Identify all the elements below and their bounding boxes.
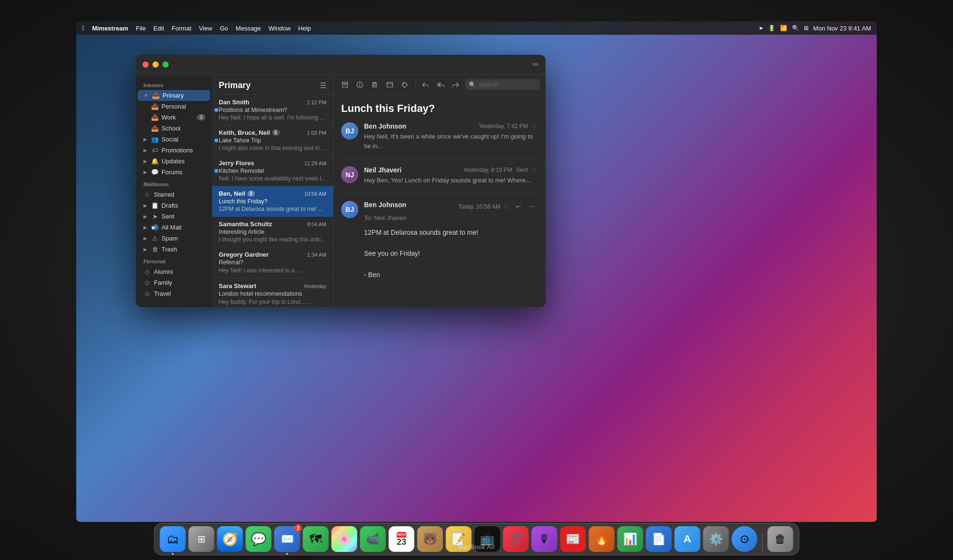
minimize-button[interactable] bbox=[152, 61, 159, 68]
control-center-icon[interactable]: ⊞ bbox=[804, 25, 809, 31]
mail-time: 1:12 PM bbox=[307, 100, 326, 105]
menubar-app-name[interactable]: Mimestream bbox=[92, 25, 128, 32]
mail-sender: Sara Stewart bbox=[219, 282, 256, 290]
dock-trash[interactable]: 🗑 bbox=[768, 526, 793, 552]
sidebar-item-travel[interactable]: ◇ Travel bbox=[138, 288, 210, 299]
dock-bear[interactable]: 🐻 bbox=[417, 526, 443, 552]
dock-system-preferences[interactable]: ⚙️ bbox=[703, 526, 729, 552]
sidebar-item-personal[interactable]: 📥 Personal bbox=[138, 101, 210, 112]
thread-sender: Neil Jhaveri bbox=[364, 166, 402, 174]
menubar-window[interactable]: Window bbox=[269, 25, 291, 32]
menubar-edit[interactable]: Edit bbox=[153, 25, 164, 32]
spam-icon: ⚠ bbox=[151, 235, 159, 242]
sidebar-item-drafts[interactable]: ▶ 📋 Drafts bbox=[138, 200, 210, 211]
allmail-icon: 📬 bbox=[151, 224, 159, 231]
menubar-go[interactable]: Go bbox=[220, 25, 228, 32]
dock-launchpad[interactable]: ⊞ bbox=[189, 526, 214, 552]
dock-messages[interactable]: 💬 bbox=[246, 526, 272, 552]
maximize-button[interactable] bbox=[162, 61, 169, 68]
search-box[interactable]: 🔍 bbox=[465, 79, 540, 90]
dock-numbers[interactable]: 📊 bbox=[618, 526, 643, 552]
sidebar-item-trash[interactable]: ▶ 🗑 Trash bbox=[138, 244, 210, 255]
menubar-help[interactable]: Help bbox=[298, 25, 311, 32]
reply-all-button[interactable] bbox=[435, 78, 446, 91]
sidebar-spam-label: Spam bbox=[162, 235, 205, 242]
dock-finder[interactable]: 🗂 bbox=[160, 526, 186, 552]
mail-item[interactable]: Dan Smith 1:12 PM Positions at Mimestrea… bbox=[212, 95, 333, 125]
compose-icon[interactable]: ✏ bbox=[533, 60, 539, 69]
menubar-file[interactable]: File bbox=[136, 25, 146, 32]
dock-calendar[interactable]: NOV 23 bbox=[389, 526, 415, 552]
sidebar-item-spam[interactable]: ▶ ⚠ Spam bbox=[138, 233, 210, 244]
dock-facetime[interactable]: 📹 bbox=[360, 526, 386, 552]
mail-item[interactable]: Ben, Neil 3 10:58 AM Lunch this Friday? … bbox=[212, 186, 333, 217]
sidebar-item-primary[interactable]: ▼ 📥 Primary bbox=[138, 90, 210, 101]
chevron-right-icon: ▶ bbox=[143, 159, 147, 164]
thread-preview: Hey Neil, It's been a while since we've … bbox=[364, 132, 538, 150]
dock-safari[interactable]: 🧭 bbox=[217, 526, 243, 552]
sidebar-sent-label: Sent bbox=[162, 213, 205, 220]
sidebar-item-family[interactable]: ◇ Family bbox=[138, 277, 210, 288]
mail-preview: Hey buddy, For your trip to Lond... Trav… bbox=[219, 298, 326, 306]
mail-item[interactable]: Samantha Schultz 8:04 AM Interesting Art… bbox=[212, 217, 333, 247]
dock-maps[interactable]: 🗺 bbox=[303, 526, 329, 552]
sidebar-item-work[interactable]: 📥 Work 3 bbox=[138, 112, 210, 123]
reply-inline-button[interactable]: ↩ bbox=[512, 201, 524, 212]
mail-item[interactable]: Sara Stewart Yesterday London hotel reco… bbox=[212, 279, 333, 307]
sidebar-item-allmail[interactable]: ▶ 📬 All Mail bbox=[138, 222, 210, 233]
inbox-icon: 📥 bbox=[152, 92, 160, 99]
trash-button[interactable] bbox=[369, 78, 380, 91]
app-window: ✏ Inboxes ▼ 📥 Primary 📥 Personal 📥 Work … bbox=[136, 55, 546, 307]
star-button[interactable]: ☆ bbox=[503, 203, 509, 210]
dock-screen-time[interactable]: ⊙ bbox=[732, 526, 758, 552]
search-menubar-icon[interactable]: 🔍 bbox=[792, 25, 799, 31]
sidebar-item-sent[interactable]: ▶ ➤ Sent bbox=[138, 211, 210, 222]
menubar-view[interactable]: View bbox=[199, 25, 213, 32]
mail-subject: Positions at Mimestream? bbox=[219, 107, 326, 113]
tag-button[interactable] bbox=[399, 78, 410, 91]
sidebar-family-label: Family bbox=[154, 279, 205, 286]
apple-menu[interactable]:  bbox=[82, 24, 84, 32]
dock-mail[interactable]: ✉️ 3 bbox=[274, 526, 300, 552]
star-button[interactable]: ☆ bbox=[532, 166, 538, 174]
info-button[interactable] bbox=[354, 78, 365, 91]
search-input[interactable] bbox=[479, 81, 536, 88]
dock-podcasts[interactable]: 🎙 bbox=[532, 526, 558, 552]
mail-time: 1:03 PM bbox=[307, 130, 326, 136]
mail-item[interactable]: Jerry Flores 11:29 AM Kitchen Remodel Ne… bbox=[212, 156, 333, 186]
forward-button[interactable] bbox=[450, 78, 461, 91]
mark-button[interactable] bbox=[384, 78, 395, 91]
mail-time: Yesterday bbox=[303, 283, 326, 289]
personal-section-label: Personal bbox=[136, 255, 212, 266]
family-icon: ◇ bbox=[143, 279, 151, 286]
sidebar-item-promotions[interactable]: ▶ 🏷 Promotions bbox=[138, 145, 210, 156]
menubar-message[interactable]: Message bbox=[236, 25, 261, 32]
filter-icon[interactable]: ☰ bbox=[320, 81, 326, 90]
more-actions-button[interactable]: ⋯ bbox=[527, 201, 538, 212]
reply-button[interactable] bbox=[420, 78, 431, 91]
dock-pages[interactable]: 📄 bbox=[646, 526, 672, 552]
dock-appstore[interactable]: A bbox=[675, 526, 700, 552]
thread-meta: Neil Jhaveri Yesterday, 8:19 PM Sent ☆ H… bbox=[364, 166, 538, 185]
sidebar-item-updates[interactable]: ▶ 🔔 Updates bbox=[138, 156, 210, 167]
dock-news[interactable]: 📰 bbox=[560, 526, 586, 552]
mail-item[interactable]: Gregory Gardner 1:34 AM Referral? Hey Ne… bbox=[212, 247, 333, 279]
close-button[interactable] bbox=[142, 61, 149, 68]
dock-taskheat[interactable]: 🔥 bbox=[589, 526, 615, 552]
mail-item[interactable]: Keith, Bruce, Neil 5 1:03 PM Lake Tahoe … bbox=[212, 125, 333, 156]
archive-button[interactable] bbox=[339, 78, 350, 91]
sidebar-item-forums[interactable]: ▶ 💬 Forums bbox=[138, 167, 210, 178]
sidebar-item-alumni[interactable]: ◇ Alumni bbox=[138, 266, 210, 277]
work-inbox-icon: 📥 bbox=[151, 114, 159, 121]
alumni-icon: ◇ bbox=[143, 268, 151, 275]
sidebar-item-starred[interactable]: ☆ Starred bbox=[138, 189, 210, 200]
dock-dot bbox=[286, 553, 288, 555]
sidebar-item-social[interactable]: ▶ 👥 Social bbox=[138, 134, 210, 145]
dock-music[interactable]: 🎵 bbox=[503, 526, 529, 552]
menubar-format[interactable]: Format bbox=[172, 25, 191, 32]
sidebar-starred-label: Starred bbox=[154, 191, 205, 198]
dock-photos[interactable]: 🌸 bbox=[332, 526, 357, 552]
mail-list-title: Primary bbox=[219, 80, 251, 90]
star-button[interactable]: ☆ bbox=[532, 122, 538, 130]
sidebar-item-school[interactable]: 📥 School bbox=[138, 123, 210, 134]
